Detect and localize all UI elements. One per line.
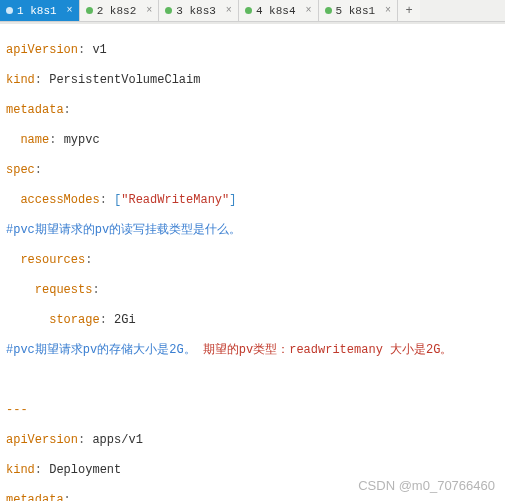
tab-bar: 1 k8s1× 2 k8s2× 3 k8s3× 4 k8s4× 5 k8s1× … <box>0 0 505 22</box>
tab-label: 2 k8s2 <box>97 5 137 17</box>
yaml-value: apps/v1 <box>92 433 142 447</box>
yaml-comment: #pvc期望请求的pv的读写挂载类型是什么。 <box>6 223 241 237</box>
dot-icon <box>165 7 172 14</box>
close-icon[interactable]: × <box>305 5 311 16</box>
tab-1[interactable]: 1 k8s1× <box>0 0 80 21</box>
close-icon[interactable]: × <box>226 5 232 16</box>
yaml-value: 2Gi <box>114 313 136 327</box>
yaml-key: resources <box>20 253 85 267</box>
yaml-value: mypvc <box>64 133 100 147</box>
yaml-key: storage <box>49 313 99 327</box>
tab-label: 3 k8s3 <box>176 5 216 17</box>
new-tab-button[interactable]: + <box>398 0 420 21</box>
yaml-key: name <box>20 133 49 147</box>
yaml-value: Deployment <box>49 463 121 477</box>
yaml-key: kind <box>6 463 35 477</box>
yaml-separator: --- <box>6 403 28 417</box>
yaml-key: requests <box>35 283 93 297</box>
yaml-value: "ReadWriteMany" <box>121 193 229 207</box>
tab-2[interactable]: 2 k8s2× <box>80 0 160 21</box>
tab-3[interactable]: 3 k8s3× <box>159 0 239 21</box>
watermark: CSDN @m0_70766460 <box>358 478 495 493</box>
tab-label: 5 k8s1 <box>336 5 376 17</box>
dot-icon <box>86 7 93 14</box>
yaml-key: accessModes <box>20 193 99 207</box>
code-editor[interactable]: apiVersion: v1 kind: PersistentVolumeCla… <box>0 24 505 501</box>
yaml-comment: #pvc期望请求pv的存储大小是2G。 <box>6 343 196 357</box>
tab-4[interactable]: 4 k8s4× <box>239 0 319 21</box>
close-icon[interactable]: × <box>67 5 73 16</box>
yaml-key: spec <box>6 163 35 177</box>
tab-5[interactable]: 5 k8s1× <box>319 0 399 21</box>
yaml-key: apiVersion <box>6 433 78 447</box>
yaml-key: metadata <box>6 103 64 117</box>
close-icon[interactable]: × <box>385 5 391 16</box>
tab-label: 1 k8s1 <box>17 5 57 17</box>
yaml-key: metadata <box>6 493 64 501</box>
dot-icon <box>325 7 332 14</box>
tab-label: 4 k8s4 <box>256 5 296 17</box>
yaml-key: apiVersion <box>6 43 78 57</box>
dot-icon <box>6 7 13 14</box>
yaml-key: kind <box>6 73 35 87</box>
dot-icon <box>245 7 252 14</box>
yaml-comment: 期望的pv类型：readwritemany 大小是2G。 <box>203 343 453 357</box>
close-icon[interactable]: × <box>146 5 152 16</box>
yaml-value: PersistentVolumeClaim <box>49 73 200 87</box>
yaml-value: v1 <box>92 43 106 57</box>
